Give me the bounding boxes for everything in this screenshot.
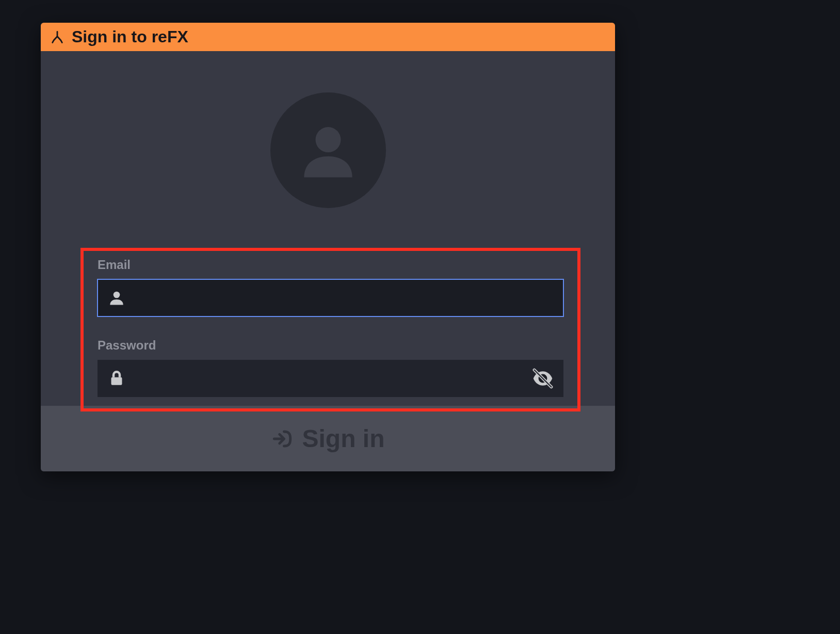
toggle-password-visibility-button[interactable]: [531, 367, 554, 390]
lock-icon: [107, 369, 126, 388]
signin-label: Sign in: [302, 424, 385, 453]
credentials-highlight-box: Email Password: [80, 248, 580, 411]
password-input[interactable]: [126, 360, 531, 397]
signin-window: Sign in to reFX Email: [41, 23, 615, 471]
person-icon: [107, 288, 126, 308]
enter-icon: [271, 428, 293, 450]
email-input[interactable]: [126, 279, 554, 316]
email-input-wrap[interactable]: [98, 279, 563, 316]
svg-point-0: [315, 127, 341, 152]
content-area: Email Password: [41, 51, 615, 406]
password-label: Password: [98, 338, 563, 353]
email-label: Email: [98, 258, 563, 272]
avatar-placeholder: [270, 92, 386, 208]
email-field-group: Email: [98, 258, 563, 316]
password-field-group: Password: [98, 338, 563, 397]
titlebar: Sign in to reFX: [41, 23, 615, 51]
window-title: Sign in to reFX: [72, 27, 188, 46]
svg-point-1: [114, 292, 120, 298]
brand-icon: [50, 30, 64, 44]
signin-button[interactable]: Sign in: [41, 406, 615, 471]
svg-rect-2: [111, 377, 122, 385]
password-input-wrap[interactable]: [98, 360, 563, 397]
